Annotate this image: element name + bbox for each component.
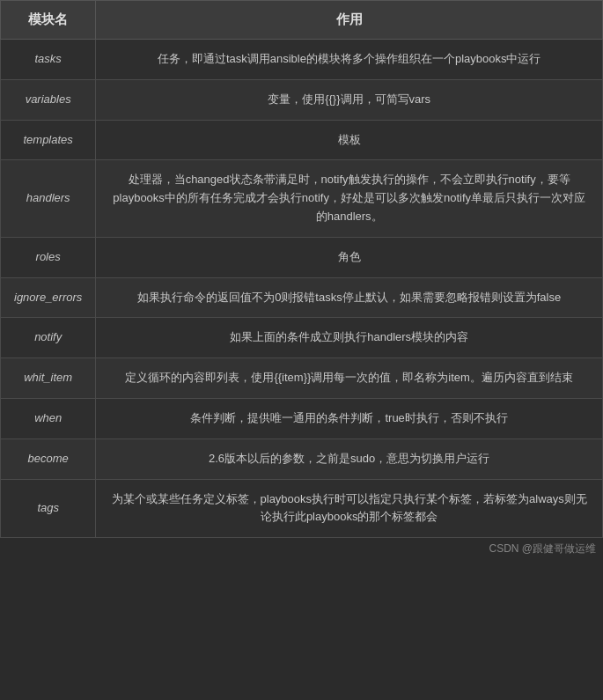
module-description-cell: 2.6版本以后的参数，之前是sudo，意思为切换用户运行 <box>96 438 603 479</box>
module-name-cell: handlers <box>1 160 96 237</box>
module-name-cell: whit_item <box>1 358 96 399</box>
module-name-cell: variables <box>1 79 96 120</box>
table-header-row: 模块名 作用 <box>1 1 603 40</box>
module-name-cell: notify <box>1 318 96 358</box>
module-description-cell: 处理器，当changed状态条带满足时，notify触发执行的操作，不会立即执行… <box>96 160 603 237</box>
module-description-cell: 如果上面的条件成立则执行handlers模块的内容 <box>96 318 603 358</box>
module-description-cell: 为某个或某些任务定义标签，playbooks执行时可以指定只执行某个标签，若标签… <box>96 479 603 538</box>
table-row: handlers处理器，当changed状态条带满足时，notify触发执行的操… <box>1 160 603 237</box>
table-container: 模块名 作用 tasks任务，即通过task调用ansible的模块将多个操作组… <box>0 0 603 560</box>
module-description-cell: 模板 <box>96 120 603 160</box>
header-col1: 模块名 <box>1 1 96 40</box>
header-col2: 作用 <box>96 1 603 40</box>
module-description-cell: 如果执行命令的返回值不为0则报错tasks停止默认，如果需要忽略报错则设置为fa… <box>96 277 603 318</box>
table-row: ignore_errors如果执行命令的返回值不为0则报错tasks停止默认，如… <box>1 277 603 318</box>
table-row: notify如果上面的条件成立则执行handlers模块的内容 <box>1 318 603 358</box>
module-description-cell: 任务，即通过task调用ansible的模块将多个操作组织在一个playbook… <box>96 40 603 80</box>
module-description-cell: 变量，使用{{}}调用，可简写vars <box>96 79 603 120</box>
table-row: tasks任务，即通过task调用ansible的模块将多个操作组织在一个pla… <box>1 40 603 80</box>
table-row: whit_item定义循环的内容即列表，使用{{item}}调用每一次的值，即名… <box>1 358 603 399</box>
module-name-cell: when <box>1 398 96 438</box>
module-name-cell: templates <box>1 120 96 160</box>
table-row: templates模板 <box>1 120 603 160</box>
module-name-cell: ignore_errors <box>1 277 96 318</box>
table-row: variables变量，使用{{}}调用，可简写vars <box>1 79 603 120</box>
module-name-cell: tags <box>1 479 96 538</box>
module-table: 模块名 作用 tasks任务，即通过task调用ansible的模块将多个操作组… <box>0 0 603 538</box>
table-row: tags为某个或某些任务定义标签，playbooks执行时可以指定只执行某个标签… <box>1 479 603 538</box>
table-row: when条件判断，提供唯一通用的条件判断，true时执行，否则不执行 <box>1 398 603 438</box>
table-row: roles角色 <box>1 237 603 277</box>
module-name-cell: become <box>1 438 96 479</box>
module-description-cell: 定义循环的内容即列表，使用{{item}}调用每一次的值，即名称为item。遍历… <box>96 358 603 399</box>
module-description-cell: 条件判断，提供唯一通用的条件判断，true时执行，否则不执行 <box>96 398 603 438</box>
module-name-cell: roles <box>1 237 96 277</box>
watermark: CSDN @跟健哥做运维 <box>0 538 603 560</box>
module-name-cell: tasks <box>1 40 96 80</box>
module-description-cell: 角色 <box>96 237 603 277</box>
table-row: become2.6版本以后的参数，之前是sudo，意思为切换用户运行 <box>1 438 603 479</box>
